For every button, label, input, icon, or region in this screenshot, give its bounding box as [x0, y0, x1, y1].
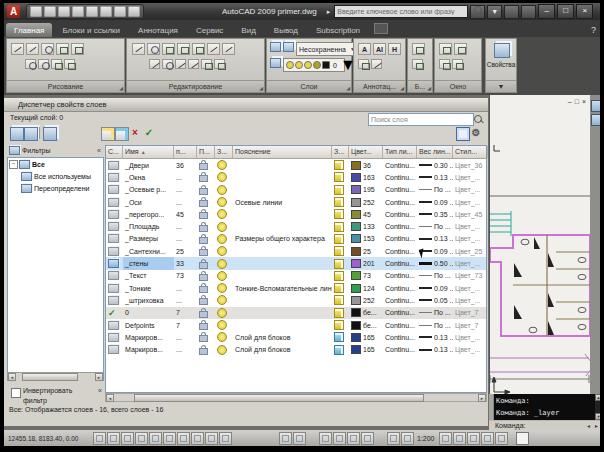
- cell-status[interactable]: ✓: [106, 307, 123, 319]
- toggle-lwt[interactable]: [205, 432, 218, 445]
- linetype[interactable]: Continu...: [383, 282, 417, 294]
- panel-layers-label[interactable]: Слои: [267, 80, 351, 92]
- cell-vp[interactable]: [332, 159, 349, 171]
- cell-color[interactable]: 133: [349, 220, 383, 232]
- tab-1[interactable]: Главная: [6, 23, 52, 37]
- plot-style[interactable]: Цвет_73: [453, 270, 488, 282]
- cell-freeze[interactable]: [215, 220, 233, 232]
- cell-desc[interactable]: [233, 319, 332, 331]
- cell-desc[interactable]: [233, 245, 332, 257]
- cell-num[interactable]: 25: [174, 245, 197, 257]
- cell-lock[interactable]: [197, 282, 215, 294]
- cell-freeze[interactable]: [215, 233, 233, 245]
- invert-collapse-icon[interactable]: «: [98, 387, 102, 394]
- plot-style[interactable]: Цвет_...: [453, 184, 488, 196]
- cell-vp[interactable]: [332, 257, 349, 269]
- layer-isolate-icon[interactable]: [270, 58, 281, 68]
- search-icon[interactable]: [470, 5, 485, 19]
- ellipse-icon[interactable]: [38, 59, 49, 69]
- cell-freeze[interactable]: [215, 159, 233, 171]
- tab-4[interactable]: Сервис: [188, 23, 231, 37]
- layer-name[interactable]: _Тонкие: [123, 282, 174, 294]
- layer-name[interactable]: _Оси: [123, 196, 174, 208]
- clean-screen-button[interactable]: [516, 432, 529, 445]
- annotation-visibility-button[interactable]: [439, 432, 452, 445]
- cell-lock[interactable]: [197, 319, 215, 331]
- cell-wt[interactable]: По ...: [417, 307, 453, 319]
- command-prompt[interactable]: Команда: ◄ ►: [489, 421, 602, 430]
- cell-status[interactable]: [106, 196, 123, 208]
- tree-expand-icon[interactable]: −: [9, 160, 18, 169]
- tile-horizontal-icon[interactable]: [452, 59, 463, 69]
- chamfer-icon[interactable]: [188, 59, 199, 69]
- cell-color[interactable]: 73: [349, 270, 383, 282]
- cell-color[interactable]: 195: [349, 184, 383, 196]
- plot-style[interactable]: Цвет_36: [453, 159, 488, 171]
- toggle-qp[interactable]: [219, 432, 232, 445]
- cell-color[interactable]: бе...: [349, 307, 383, 319]
- quick-view-layouts-button[interactable]: [293, 432, 306, 445]
- tab-5[interactable]: Вид: [233, 23, 263, 37]
- move-icon[interactable]: [132, 43, 145, 55]
- prompt-right-icon[interactable]: ►: [594, 423, 599, 429]
- create-block-icon[interactable]: [412, 59, 423, 69]
- filter-tree-item[interactable]: Все используемы: [8, 170, 103, 182]
- cell-freeze[interactable]: [215, 319, 233, 331]
- filters-collapse-icon[interactable]: «: [97, 147, 101, 154]
- pan-button[interactable]: [319, 432, 332, 445]
- toggle-polar[interactable]: [135, 432, 148, 445]
- cell-status[interactable]: [106, 245, 123, 257]
- filters-hscrollbar[interactable]: ◄ ►: [8, 372, 103, 381]
- linetype[interactable]: Continu...: [383, 171, 417, 183]
- plot-style[interactable]: Цвет_...: [453, 331, 488, 343]
- cell-lock[interactable]: [197, 270, 215, 282]
- save-as-icon[interactable]: [72, 6, 84, 17]
- cell-desc[interactable]: [233, 171, 332, 183]
- help-search-input[interactable]: [334, 5, 468, 18]
- cell-vp[interactable]: [332, 233, 349, 245]
- autocad-logo-icon[interactable]: A: [7, 5, 20, 18]
- cell-num[interactable]: ...: [174, 171, 197, 183]
- layer-row[interactable]: Маркиров......Слой для блоков165Continu.…: [106, 343, 486, 355]
- linetype[interactable]: Continu...: [383, 208, 417, 220]
- panel-properties-dropdown[interactable]: ▼: [486, 80, 516, 92]
- erase-icon[interactable]: [149, 59, 160, 69]
- cell-freeze[interactable]: [215, 294, 233, 306]
- cell-num[interactable]: ...: [174, 282, 197, 294]
- insert-block-icon[interactable]: [412, 43, 425, 55]
- annotation-scale-lock-button[interactable]: [387, 432, 400, 445]
- tile-vertical-icon[interactable]: [454, 43, 467, 55]
- cell-desc[interactable]: [233, 307, 332, 319]
- cell-status[interactable]: [106, 282, 123, 294]
- toggle-osnap[interactable]: [149, 432, 162, 445]
- layer-row[interactable]: _Площадь...133Continu...По ...Цвет_...: [106, 220, 486, 232]
- linetype[interactable]: Continu...: [383, 307, 417, 319]
- cell-lock[interactable]: [197, 233, 215, 245]
- cell-status[interactable]: [106, 319, 123, 331]
- tab-6[interactable]: Вывод: [266, 23, 306, 37]
- cell-freeze[interactable]: [215, 171, 233, 183]
- cell-desc[interactable]: [233, 184, 332, 196]
- cell-num[interactable]: ...: [174, 220, 197, 232]
- column-header-7[interactable]: З...: [332, 146, 349, 158]
- layer-name[interactable]: _стены: [123, 257, 174, 269]
- cell-num[interactable]: ...: [174, 233, 197, 245]
- cell-num[interactable]: 7: [174, 307, 197, 319]
- cell-status[interactable]: [106, 270, 123, 282]
- cell-lock[interactable]: [197, 159, 215, 171]
- coordinates-readout[interactable]: 12455.18, 8183.40, 0.00: [8, 435, 92, 442]
- annotation-autoscale-button[interactable]: [453, 432, 466, 445]
- cell-status[interactable]: [106, 171, 123, 183]
- cell-desc[interactable]: [233, 159, 332, 171]
- layer-state-row[interactable]: 0 ▼: [283, 58, 345, 72]
- cell-desc[interactable]: Слой для блоков: [233, 343, 332, 355]
- cell-num[interactable]: ...: [174, 343, 197, 355]
- plot-style[interactable]: Цвет_25: [453, 245, 488, 257]
- fillet-icon[interactable]: [175, 59, 186, 69]
- panel-draw-expand-icon[interactable]: ◢: [119, 86, 123, 91]
- command-history[interactable]: Команда: Команда: _layer: [494, 394, 595, 420]
- column-header-5[interactable]: З...: [215, 146, 233, 158]
- layer-row[interactable]: Маркиров......Слой для блоков165Continu.…: [106, 331, 486, 343]
- column-header-6[interactable]: Пояснение: [233, 146, 332, 158]
- cell-vp[interactable]: [332, 184, 349, 196]
